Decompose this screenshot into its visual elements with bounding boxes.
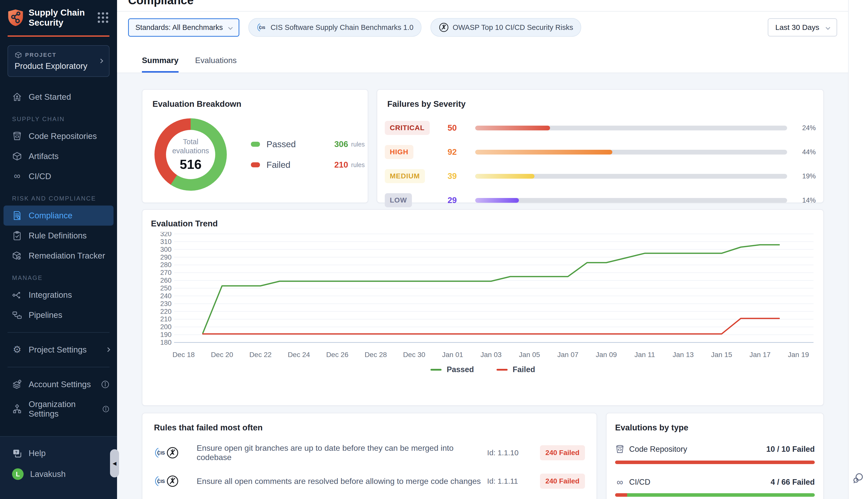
cube-icon xyxy=(15,51,22,59)
sidebar-item-account-settings[interactable]: Account Settings xyxy=(0,374,117,394)
sidebar-item-help[interactable]: ? Help xyxy=(0,443,117,463)
chevron-down-icon xyxy=(228,25,233,30)
svg-text:?: ? xyxy=(15,450,17,454)
standards-filter-dropdown[interactable]: Standards: All Benchmarks xyxy=(128,19,239,37)
sidebar-user[interactable]: L Lavakush xyxy=(0,463,117,485)
chevron-right-icon xyxy=(98,59,103,63)
svg-text:290: 290 xyxy=(160,254,172,261)
user-name: Lavakush xyxy=(30,469,65,479)
card-title: Failures by Severity xyxy=(387,99,816,109)
svg-text:270: 270 xyxy=(160,269,172,276)
severity-percent: 14% xyxy=(796,196,816,204)
compliance-document-icon xyxy=(12,210,22,221)
cis-logo-icon: CIS xyxy=(257,22,267,33)
severity-badge: LOW xyxy=(385,193,412,207)
info-icon xyxy=(101,380,110,389)
trend-legend: Passed Failed xyxy=(151,365,815,374)
date-range-dropdown[interactable]: Last 30 Days xyxy=(768,19,837,36)
svg-text:190: 190 xyxy=(160,331,172,339)
svg-text:Jan 07: Jan 07 xyxy=(557,351,579,358)
sidebar-section-manage: MANAGE xyxy=(0,266,117,285)
project-name: Product Exploratory xyxy=(15,61,99,71)
card-title: Evalutions by type xyxy=(615,423,815,433)
org-chart-gear-icon xyxy=(12,404,22,414)
rule-text: Ensure all open comments are resolved be… xyxy=(197,477,487,486)
rule-id: Id: 1.1.11 xyxy=(487,477,530,485)
svg-text:Jan 09: Jan 09 xyxy=(596,351,617,358)
rule-row[interactable]: CIS Ensure all open comments are resolve… xyxy=(154,474,585,489)
svg-text:Jan 19: Jan 19 xyxy=(788,351,809,358)
failed-rules-card: Rules that failed most often CIS Ensure … xyxy=(142,413,597,499)
svg-text:Dec 30: Dec 30 xyxy=(403,351,425,358)
severity-row-critical: CRITICAL 50 24% xyxy=(385,121,816,135)
severity-count: 92 xyxy=(448,147,475,157)
donut-center-label: Total xyxy=(183,137,198,146)
tab-evaluations[interactable]: Evaluations xyxy=(195,56,237,73)
benchmark-pill-cis[interactable]: CIS CIS Software Supply Chain Benchmarks… xyxy=(248,18,421,37)
sidebar-bottom-dock: ? Help L Lavakush xyxy=(0,436,117,499)
svg-text:250: 250 xyxy=(160,284,172,292)
svg-text:260: 260 xyxy=(160,277,172,284)
project-label: PROJECT xyxy=(25,52,57,58)
svg-text:Dec 18: Dec 18 xyxy=(173,351,195,358)
severity-row-medium: MEDIUM 39 19% xyxy=(385,169,816,183)
pipelines-icon xyxy=(12,310,22,320)
severity-row-low: LOW 29 14% xyxy=(385,193,816,207)
type-progress-bar xyxy=(615,461,815,464)
clipboard-check-icon xyxy=(12,231,22,241)
evaluations-by-type-card: Evalutions by type Code Repository 10 / … xyxy=(606,413,824,499)
svg-text:CIS: CIS xyxy=(259,26,265,30)
evaluation-breakdown-card: Evaluation Breakdown Total evaluations 5… xyxy=(142,89,368,203)
owasp-logo-icon xyxy=(166,475,179,488)
app-switcher-grid-icon[interactable] xyxy=(96,11,110,25)
sidebar-item-code-repositories[interactable]: Code Repositories xyxy=(0,126,117,146)
breakdown-legend: Passed 306 rules Failed 210 rules xyxy=(251,139,365,170)
sidebar-item-remediation-tracker[interactable]: Remediation Tracker xyxy=(0,246,117,266)
benchmark-pill-owasp[interactable]: OWASP Top 10 CI/CD Security Risks xyxy=(431,18,581,37)
svg-text:210: 210 xyxy=(160,315,172,323)
gear-icon: ⚙ xyxy=(12,345,22,355)
sidebar-section-risk-and-compliance: RISK AND COMPLIANCE xyxy=(0,186,117,206)
evaluation-trend-chart: 1801902002102202302402502602702802903003… xyxy=(151,232,815,363)
cis-logo-icon: CIS xyxy=(154,475,167,488)
cis-logo-icon: CIS xyxy=(154,446,167,459)
avatar: L xyxy=(12,468,24,480)
page-title: Compliance xyxy=(128,0,194,7)
chat-feedback-icon[interactable] xyxy=(852,472,864,484)
svg-text:310: 310 xyxy=(160,238,172,245)
sidebar-item-pipelines[interactable]: Pipelines xyxy=(0,305,117,325)
sidebar-item-artifacts[interactable]: Artifacts xyxy=(0,146,117,166)
svg-text:Jan 11: Jan 11 xyxy=(634,351,655,358)
sidebar-item-cicd[interactable]: ∞ CI/CD xyxy=(0,166,117,186)
svg-text:Dec 26: Dec 26 xyxy=(326,351,349,358)
artifact-box-icon xyxy=(12,151,22,161)
sidebar-item-compliance[interactable]: Compliance xyxy=(3,206,113,226)
tab-bar: Summary Evaluations xyxy=(142,56,237,73)
severity-percent: 44% xyxy=(796,148,816,156)
failures-by-severity-card: Failures by Severity CRITICAL 50 24% HIG… xyxy=(377,89,824,203)
severity-badge: HIGH xyxy=(385,145,413,159)
sidebar-item-organization-settings[interactable]: Organization Settings xyxy=(0,394,117,424)
filter-row: Standards: All Benchmarks CIS CIS Softwa… xyxy=(128,18,837,37)
owasp-logo-icon xyxy=(438,22,449,33)
owasp-logo-icon xyxy=(166,446,179,459)
severity-bar xyxy=(475,150,787,155)
sidebar-divider xyxy=(8,367,110,367)
legend-item-failed: Failed xyxy=(497,365,535,374)
svg-text:Dec 24: Dec 24 xyxy=(288,351,310,358)
svg-text:320: 320 xyxy=(160,232,172,238)
sidebar-item-project-settings[interactable]: ⚙ Project Settings xyxy=(0,340,117,360)
tab-summary[interactable]: Summary xyxy=(142,56,178,73)
svg-text:Jan 03: Jan 03 xyxy=(481,351,501,358)
project-selector[interactable]: PROJECT Product Exploratory xyxy=(8,45,110,77)
severity-bar xyxy=(475,198,787,203)
sidebar-item-get-started[interactable]: Get Started xyxy=(0,87,117,107)
sidebar-collapse-handle[interactable]: ◀ xyxy=(110,449,119,477)
severity-badge: MEDIUM xyxy=(385,169,425,183)
sidebar-item-rule-definitions[interactable]: Rule Definitions xyxy=(0,226,117,246)
rule-row[interactable]: CIS Ensure open git branches are up to d… xyxy=(154,443,585,462)
sidebar-item-integrations[interactable]: Integrations xyxy=(0,285,117,305)
app-logo-row: Supply Chain Security xyxy=(0,0,117,34)
infinity-icon: ∞ xyxy=(12,171,22,181)
right-rail xyxy=(848,0,868,499)
